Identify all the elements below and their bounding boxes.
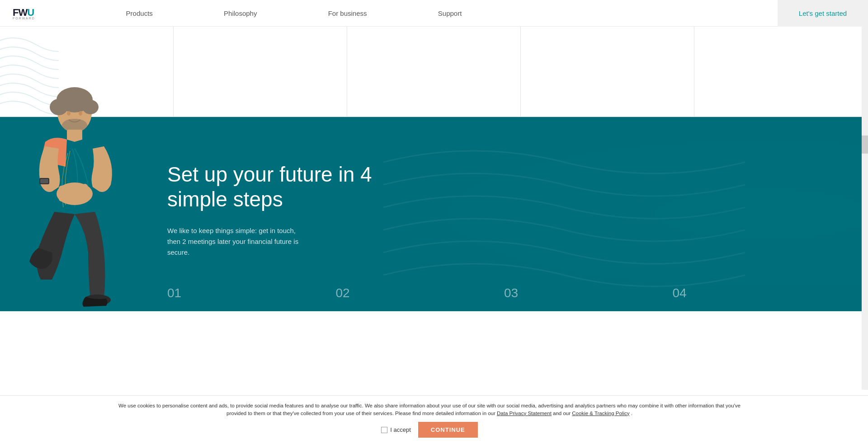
nav-links: Products Philosophy For business Support [90, 9, 497, 17]
logo-fw: FW [13, 7, 27, 18]
grid-cell-3 [521, 27, 694, 117]
step-2-num: 02 [336, 286, 505, 300]
step-2: 02 [336, 286, 505, 302]
svg-rect-12 [76, 183, 82, 201]
logo-tagline: FORWARD [13, 17, 35, 20]
nav-philosophy[interactable]: Philosophy [224, 9, 257, 17]
svg-rect-11 [71, 183, 76, 201]
logo[interactable]: FWU FORWARD [0, 7, 54, 20]
navigation: FWU FORWARD Products Philosophy For busi… [0, 0, 868, 27]
nav-for-business[interactable]: For business [328, 9, 367, 17]
grid-cell-2 [347, 27, 521, 117]
teal-content: Set up your future in 4 simple steps We … [167, 144, 393, 258]
grid-cell-4 [694, 27, 868, 117]
hero-title: Set up your future in 4 simple steps [167, 162, 393, 212]
nav-cta-button[interactable]: Let's get started [778, 0, 868, 27]
step-4: 04 [673, 286, 841, 302]
teal-section: Set up your future in 4 simple steps We … [0, 117, 868, 311]
step-4-num: 04 [673, 286, 841, 300]
person-figure [0, 76, 140, 311]
svg-rect-10 [65, 184, 70, 201]
nav-support[interactable]: Support [438, 9, 462, 17]
svg-point-2 [50, 99, 68, 115]
svg-rect-9 [59, 186, 64, 201]
step-1: 01 [167, 286, 336, 302]
svg-rect-13 [82, 184, 88, 201]
scrollbar-thumb[interactable] [862, 136, 868, 154]
svg-point-6 [62, 119, 87, 131]
logo-u: U [27, 7, 34, 18]
step-3-num: 03 [504, 286, 673, 300]
nav-products[interactable]: Products [126, 9, 153, 17]
svg-point-5 [79, 111, 82, 116]
svg-rect-15 [40, 179, 48, 183]
svg-point-4 [67, 111, 71, 116]
step-1-num: 01 [167, 286, 336, 300]
step-3: 03 [504, 286, 673, 302]
svg-point-3 [82, 100, 99, 114]
logo-text: FWU [13, 7, 34, 18]
person-svg [0, 76, 140, 311]
scrollbar-track[interactable] [862, 27, 868, 311]
grid-cell-1 [174, 27, 347, 117]
hero-subtitle: We like to keep things simple: get in to… [167, 225, 307, 258]
